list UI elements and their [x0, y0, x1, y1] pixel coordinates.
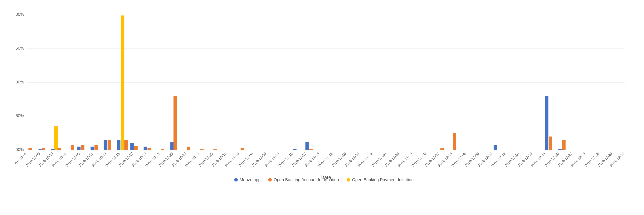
bar-blue-dec10	[494, 145, 497, 150]
bar-red-oct05	[58, 148, 61, 150]
bar-red-oct19	[148, 148, 151, 150]
bar-blue-nov10	[293, 149, 296, 150]
x-axis-labels: 2019-10-01 2019-10-03 2019-10-05 2019-10…	[15, 151, 625, 168]
legend-label-monzo: Monzo app	[240, 177, 260, 182]
bar-blue-oct11	[90, 146, 94, 150]
bar-red-oct23	[174, 96, 177, 150]
bar-blue-oct03	[38, 149, 42, 150]
y-label-0: 0.00%	[15, 147, 24, 152]
bar-red-nov02	[240, 148, 244, 150]
chart-area: 0.00% 0.50% 1.00% 1.50% 2.00% 2019-10-01…	[15, 8, 632, 184]
bar-red-oct03	[42, 148, 45, 150]
bar-blue-oct17	[130, 143, 134, 150]
y-label-200: 2.00%	[15, 12, 24, 17]
bar-blue-nov12	[306, 142, 309, 150]
bar-red-oct01	[28, 148, 32, 150]
bar-blue-dec20	[558, 149, 562, 150]
y-label-050: 0.50%	[15, 113, 24, 118]
bar-red-oct27	[200, 149, 204, 150]
bar-red-oct15	[124, 140, 128, 150]
bar-yellow-oct05	[54, 126, 58, 150]
bar-red-dec04	[453, 133, 456, 150]
bar-blue-oct19	[144, 146, 147, 150]
legend-item-obpi: Open Banking Payment Initiation	[346, 177, 414, 182]
bar-red-oct25	[187, 146, 190, 150]
legend-item-monzo: Monzo app	[234, 177, 260, 182]
bar-yellow-oct15	[121, 15, 124, 150]
bar-red-dec18	[549, 137, 552, 150]
legend-dot-obi	[268, 178, 272, 181]
bar-red-oct09	[81, 145, 84, 150]
bar-blue-oct05	[51, 149, 54, 150]
bar-blue-oct23	[170, 142, 174, 150]
bar-blue-oct09	[77, 146, 80, 150]
bar-blue-dec18	[545, 96, 548, 150]
bar-red-oct07	[71, 145, 74, 150]
legend-label-obpi: Open Banking Payment Initiation	[352, 177, 414, 182]
bar-red-oct21	[161, 149, 164, 150]
bar-red-oct11	[94, 145, 98, 150]
bar-red-dec20	[562, 140, 566, 150]
bar-red-oct29	[214, 149, 217, 150]
legend-item-obi: Open Banking Account Information	[268, 177, 339, 182]
bar-red-nov12	[309, 149, 313, 150]
y-label-100: 1.00%	[15, 80, 24, 84]
bar-red-oct17	[134, 146, 138, 150]
main-chart-svg: 0.00% 0.50% 1.00% 1.50% 2.00% 2019-10-01…	[15, 8, 632, 184]
chart-container: 0.00% 0.50% 1.00% 1.50% 2.00% 2019-10-01…	[0, 0, 644, 215]
bar-blue-oct13	[104, 140, 107, 150]
legend-label-obi: Open Banking Account Information	[274, 177, 339, 182]
bar-blue-oct15	[117, 140, 120, 150]
bar-red-oct13	[108, 140, 111, 150]
legend-dot-obpi	[346, 178, 350, 181]
legend-dot-monzo	[234, 178, 238, 181]
y-label-150: 1.50%	[15, 46, 24, 51]
chart-legend: Monzo app Open Banking Account Informati…	[234, 177, 414, 182]
bar-red-dec02	[440, 148, 444, 150]
